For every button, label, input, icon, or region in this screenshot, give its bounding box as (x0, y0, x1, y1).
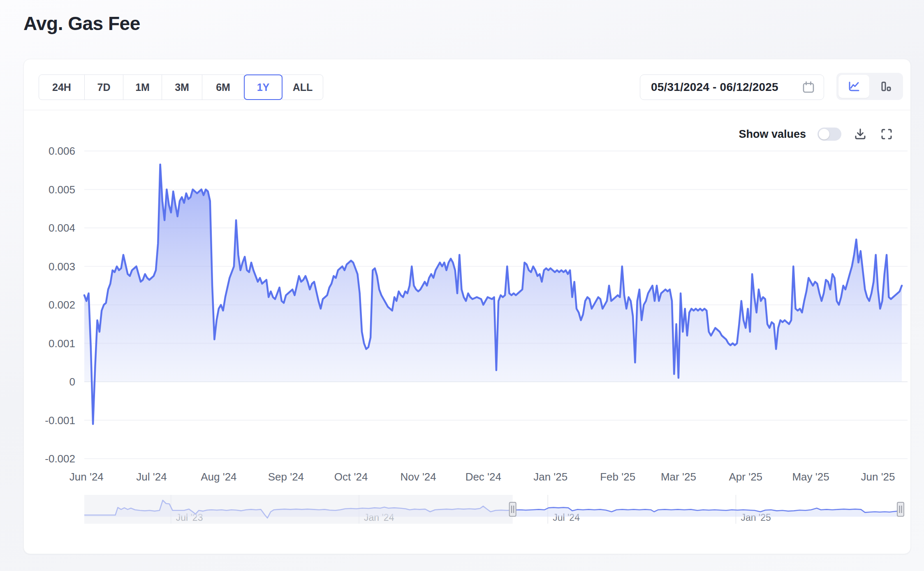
download-button[interactable] (853, 127, 868, 142)
chart-card: 24H 7D 1M 3M 6M 1Y ALL 05/31/2024 - 06/1… (23, 59, 911, 554)
range-button-all[interactable]: ALL (282, 74, 323, 100)
chart-tools-row: Show values (739, 125, 894, 143)
chart-toolbar: 24H 7D 1M 3M 6M 1Y ALL 05/31/2024 - 06/1… (24, 59, 910, 110)
fullscreen-icon (879, 127, 894, 142)
calendar-icon (801, 80, 815, 94)
range-button-3m[interactable]: 3M (162, 74, 202, 100)
chart-type-toggle (836, 73, 903, 100)
fullscreen-button[interactable] (879, 127, 894, 142)
show-values-toggle[interactable] (817, 128, 841, 141)
line-chart-view-button[interactable] (838, 75, 869, 98)
download-icon (853, 127, 868, 142)
line-chart-icon (847, 79, 861, 93)
range-button-24h[interactable]: 24H (39, 74, 85, 100)
date-range-picker[interactable]: 05/31/2024 - 06/12/2025 (640, 74, 824, 100)
page-title: Avg. Gas Fee (23, 12, 140, 35)
range-button-1m[interactable]: 1M (123, 74, 162, 100)
bar-chart-view-button[interactable] (870, 75, 901, 98)
time-range-group: 24H 7D 1M 3M 6M 1Y ALL (39, 74, 323, 100)
range-button-1y[interactable]: 1Y (244, 74, 283, 100)
date-range-text: 05/31/2024 - 06/12/2025 (651, 81, 778, 94)
bar-chart-icon (879, 79, 893, 93)
range-button-6m[interactable]: 6M (202, 74, 244, 100)
range-button-7d[interactable]: 7D (84, 74, 123, 100)
show-values-label: Show values (739, 128, 806, 141)
toggle-knob (819, 129, 829, 139)
